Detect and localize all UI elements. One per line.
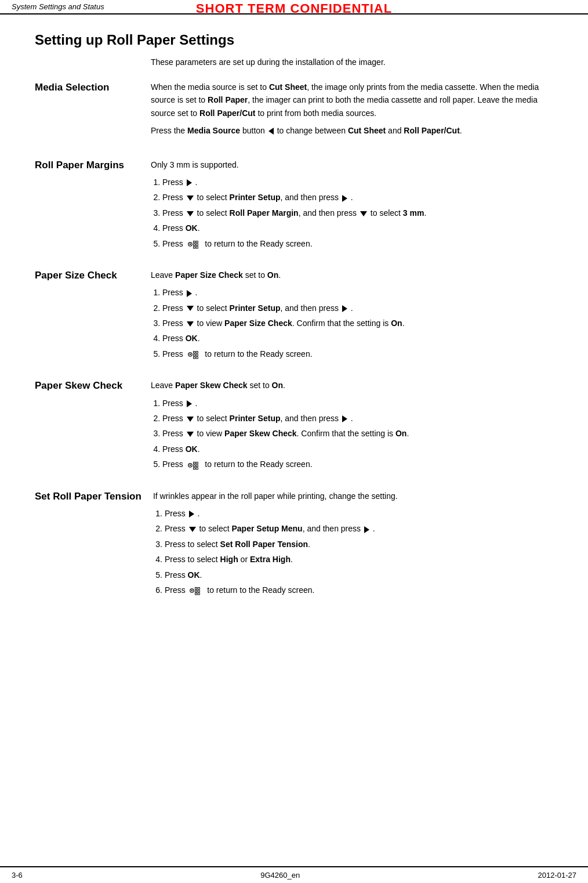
arrow-right-icon <box>189 511 194 518</box>
svg-rect-18 <box>193 462 195 464</box>
list-item: Press to return to the Ready screen. <box>162 237 553 250</box>
section-paper-skew-check: Paper Skew Check Leave Paper Skew Check … <box>35 379 553 473</box>
section-content-media-selection: When the media source is set to Cut Shee… <box>151 81 553 142</box>
media-selection-para2: Press the Media Source button to change … <box>151 124 553 137</box>
section-paper-size-check: Paper Size Check Leave Paper Size Check … <box>35 269 553 363</box>
section-label-set-roll-paper-tension: Set Roll Paper Tension <box>35 490 153 599</box>
list-item: Press OK. <box>165 569 553 581</box>
arrow-down-icon <box>187 432 194 437</box>
svg-rect-26 <box>195 588 197 589</box>
list-item: Press . <box>162 397 553 410</box>
section-set-roll-paper-tension: Set Roll Paper Tension If wrinkles appea… <box>35 490 553 599</box>
section-content-set-roll-paper-tension: If wrinkles appear in the roll paper whi… <box>153 490 553 599</box>
svg-rect-7 <box>196 247 198 248</box>
section-content-roll-paper-margins: Only 3 mm is supported. Press . Press to… <box>151 158 553 252</box>
svg-rect-22 <box>193 467 195 469</box>
media-selection-para1: When the media source is set to Cut Shee… <box>151 81 553 120</box>
tension-intro: If wrinkles appear in the roll paper whi… <box>153 490 553 502</box>
svg-rect-14 <box>193 357 195 359</box>
list-item: Press to return to the Ready screen. <box>162 458 553 471</box>
list-item: Press to select Printer Setup, and then … <box>162 191 553 204</box>
arrow-down-icon <box>360 211 367 216</box>
section-label-paper-size-check: Paper Size Check <box>35 269 151 363</box>
svg-rect-4 <box>193 244 195 245</box>
list-item: Press to return to the Ready screen. <box>162 348 553 360</box>
section-label-paper-skew-check: Paper Skew Check <box>35 379 151 473</box>
svg-rect-30 <box>195 593 197 595</box>
confidential-banner: SHORT TERM CONFIDENTIAL <box>196 1 392 16</box>
svg-rect-10 <box>193 352 195 353</box>
arrow-right-icon <box>187 179 192 186</box>
arrow-right-icon <box>342 305 347 312</box>
arrow-down-icon <box>187 211 194 216</box>
roll-margins-intro: Only 3 mm is supported. <box>151 158 553 171</box>
home-icon <box>190 586 202 595</box>
paper-skew-intro: Leave Paper Skew Check set to On. <box>151 379 553 392</box>
header-title: System Settings and Status <box>12 2 104 11</box>
paper-size-list: Press . Press to select Printer Setup, a… <box>162 286 553 360</box>
svg-rect-15 <box>196 357 198 359</box>
arrow-down-icon <box>187 196 194 201</box>
arrow-right-icon <box>187 290 192 297</box>
arrow-left-icon <box>268 128 274 135</box>
arrow-down-icon <box>187 306 194 311</box>
arrow-right-icon <box>342 195 347 202</box>
section-content-paper-size-check: Leave Paper Size Check set to On. Press … <box>151 269 553 363</box>
svg-rect-28 <box>195 590 197 592</box>
svg-rect-20 <box>193 465 195 466</box>
list-item: Press . <box>162 286 553 299</box>
list-item: Press OK. <box>162 222 553 234</box>
arrow-right-icon <box>364 526 369 533</box>
page-title: Setting up Roll Paper Settings <box>35 32 553 48</box>
section-label-media-selection: Media Selection <box>35 81 151 142</box>
section-media-selection: Media Selection When the media source is… <box>35 81 553 142</box>
list-item: Press to select Printer Setup, and then … <box>162 412 553 425</box>
arrow-right-icon <box>187 400 192 407</box>
section-label-roll-paper-margins: Roll Paper Margins <box>35 158 151 252</box>
svg-point-17 <box>189 464 190 465</box>
page-footer: 3-6 9G4260_en 2012-01-27 <box>0 866 588 883</box>
svg-rect-11 <box>196 352 198 353</box>
svg-rect-2 <box>193 241 195 243</box>
list-item: Press to select Printer Setup, and then … <box>162 302 553 314</box>
list-item: Press to select High or Extra High. <box>165 553 553 566</box>
svg-rect-3 <box>196 241 198 243</box>
paper-skew-list: Press . Press to select Printer Setup, a… <box>162 397 553 471</box>
list-item: Press OK. <box>162 443 553 455</box>
list-item: Press to view Paper Size Check. Confirm … <box>162 317 553 330</box>
svg-rect-12 <box>193 354 195 356</box>
list-item: Press OK. <box>162 332 553 345</box>
tension-list: Press . Press to select Paper Setup Menu… <box>165 507 553 596</box>
arrow-down-icon <box>187 321 194 327</box>
list-item: Press to view Paper Skew Check. Confirm … <box>162 427 553 440</box>
home-icon <box>188 350 201 359</box>
section-roll-paper-margins: Roll Paper Margins Only 3 mm is supporte… <box>35 158 553 252</box>
arrow-down-icon <box>187 417 194 422</box>
svg-rect-27 <box>198 588 200 589</box>
home-icon <box>188 240 201 249</box>
section-content-paper-skew-check: Leave Paper Skew Check set to On. Press … <box>151 379 553 473</box>
svg-rect-5 <box>196 244 198 245</box>
list-item: Press to select Set Roll Paper Tension. <box>165 538 553 551</box>
svg-rect-31 <box>198 593 200 595</box>
list-item: Press to return to the Ready screen. <box>165 584 553 596</box>
list-item: Press . <box>165 507 553 520</box>
svg-rect-13 <box>196 354 198 356</box>
footer-right: 2012-01-27 <box>538 871 577 880</box>
list-item: Press . <box>162 176 553 189</box>
page-header: System Settings and Status SHORT TERM CO… <box>0 0 588 15</box>
footer-left: 3-6 <box>12 871 23 880</box>
list-item: Press to select Roll Paper Margin, and t… <box>162 207 553 219</box>
list-item: Press to select Paper Setup Menu, and th… <box>165 522 553 535</box>
main-content: Setting up Roll Paper Settings These par… <box>0 15 588 638</box>
arrow-right-icon <box>342 415 347 422</box>
paper-size-intro: Leave Paper Size Check set to On. <box>151 269 553 281</box>
svg-rect-29 <box>198 590 200 592</box>
svg-point-1 <box>189 244 190 245</box>
page-intro: These parameters are set up during the i… <box>151 57 553 67</box>
svg-rect-23 <box>196 467 198 469</box>
svg-rect-6 <box>193 247 195 248</box>
svg-point-25 <box>191 590 193 591</box>
roll-margins-list: Press . Press to select Printer Setup, a… <box>162 176 553 250</box>
svg-rect-19 <box>196 462 198 464</box>
